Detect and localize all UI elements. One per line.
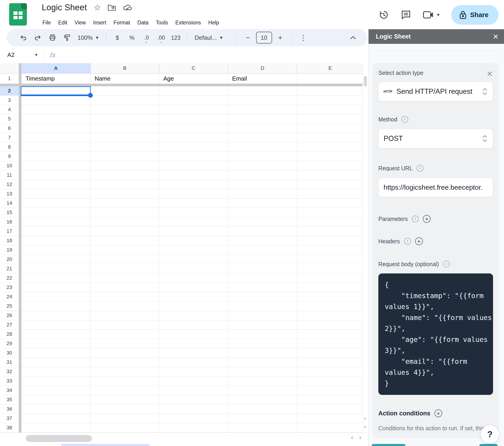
- row-header-6[interactable]: 6: [0, 124, 19, 133]
- cell-C8[interactable]: [159, 142, 228, 152]
- cell-E8[interactable]: [297, 142, 363, 152]
- select-all-corner[interactable]: [0, 63, 19, 74]
- cell-C34[interactable]: [159, 386, 228, 395]
- fill-handle[interactable]: [88, 93, 93, 98]
- increase-font-size-button[interactable]: +: [274, 31, 287, 44]
- move-to-folder-icon[interactable]: [108, 4, 116, 11]
- cell-A29[interactable]: [21, 339, 90, 348]
- add-condition-icon[interactable]: +: [434, 409, 442, 417]
- row-header-4[interactable]: 4: [0, 105, 19, 114]
- row-header-21[interactable]: 21: [0, 264, 19, 273]
- cell-D22[interactable]: [228, 273, 297, 283]
- cell-B3[interactable]: [90, 96, 159, 105]
- cell-A27[interactable]: [21, 320, 90, 330]
- cell-B33[interactable]: [90, 376, 159, 386]
- cell-D7[interactable]: [228, 133, 297, 142]
- cloud-saved-icon[interactable]: [123, 4, 132, 11]
- cell-C4[interactable]: [159, 105, 228, 114]
- cell-B27[interactable]: [90, 320, 159, 330]
- row-header-28[interactable]: 28: [0, 330, 19, 339]
- cell-A19[interactable]: [21, 245, 90, 255]
- menu-item-format[interactable]: Format: [110, 17, 134, 28]
- document-title[interactable]: Logic Sheet: [42, 3, 87, 12]
- add-parameter-icon[interactable]: +: [423, 215, 431, 223]
- cell-A18[interactable]: [21, 236, 90, 245]
- cell-C23[interactable]: [159, 283, 228, 292]
- row-header-30[interactable]: 30: [0, 348, 19, 358]
- font-select[interactable]: Defaul... ▾: [193, 34, 231, 41]
- cell-E34[interactable]: [297, 386, 363, 395]
- parameters-info-icon[interactable]: i: [412, 215, 419, 222]
- formula-input[interactable]: [55, 46, 368, 63]
- cell-E30[interactable]: [297, 348, 363, 358]
- cell-B37[interactable]: [90, 414, 159, 423]
- cell-A36[interactable]: [21, 405, 90, 414]
- row-header-12[interactable]: 12: [0, 180, 19, 189]
- cell-A8[interactable]: [21, 142, 90, 152]
- cell-D30[interactable]: [228, 348, 297, 358]
- cell-B29[interactable]: [90, 339, 159, 348]
- cell-E2[interactable]: [297, 86, 363, 96]
- scroll-up-icon[interactable]: ▲: [363, 417, 366, 420]
- cell-C10[interactable]: [159, 161, 228, 171]
- cell-C20[interactable]: [159, 255, 228, 264]
- row-header-11[interactable]: 11: [0, 171, 19, 180]
- cell-A22[interactable]: [21, 273, 90, 283]
- cell-A10[interactable]: [21, 161, 90, 171]
- cell-A16[interactable]: [21, 217, 90, 227]
- cell-E31[interactable]: [297, 358, 363, 367]
- format-percent-button[interactable]: %: [126, 31, 138, 44]
- font-size-input[interactable]: 10: [256, 32, 272, 44]
- cell-E23[interactable]: [297, 283, 363, 292]
- cell-A23[interactable]: [21, 283, 90, 292]
- cell-C2[interactable]: [159, 86, 228, 96]
- cell-A33[interactable]: [21, 376, 90, 386]
- cell-E29[interactable]: [297, 339, 363, 348]
- cell-D27[interactable]: [228, 320, 297, 330]
- row-header-31[interactable]: 31: [0, 358, 19, 367]
- request-body-editor[interactable]: { "timestamp": "{{form values 1}}", "nam…: [378, 273, 493, 395]
- row-header-16[interactable]: 16: [0, 217, 19, 227]
- cell-E11[interactable]: [297, 171, 363, 180]
- cell-D6[interactable]: [228, 124, 297, 133]
- cell-B9[interactable]: [90, 152, 159, 161]
- cell-C13[interactable]: [159, 189, 228, 199]
- menu-item-extensions[interactable]: Extensions: [172, 17, 205, 28]
- row-header-35[interactable]: 35: [0, 395, 19, 405]
- cell-B6[interactable]: [90, 124, 159, 133]
- cell-C29[interactable]: [159, 339, 228, 348]
- cell-C31[interactable]: [159, 358, 228, 367]
- row-header-18[interactable]: 18: [0, 236, 19, 245]
- cell-A7[interactable]: [21, 133, 90, 142]
- cell-D13[interactable]: [228, 189, 297, 199]
- cell-B34[interactable]: [90, 386, 159, 395]
- cell-C32[interactable]: [159, 367, 228, 376]
- cell-E14[interactable]: [297, 199, 363, 208]
- cell-B13[interactable]: [90, 189, 159, 199]
- cell-B36[interactable]: [90, 405, 159, 414]
- cell-A11[interactable]: [21, 171, 90, 180]
- cell-A28[interactable]: [21, 330, 90, 339]
- row-header-26[interactable]: 26: [0, 311, 19, 320]
- cell-A35[interactable]: [21, 395, 90, 405]
- cell-C12[interactable]: [159, 180, 228, 189]
- cell-D2[interactable]: [228, 86, 297, 96]
- row-header-2[interactable]: 2: [0, 86, 19, 96]
- row-header-33[interactable]: 33: [0, 376, 19, 386]
- cell-A30[interactable]: [21, 348, 90, 358]
- row-header-25[interactable]: 25: [0, 302, 19, 311]
- cell-A17[interactable]: [21, 227, 90, 236]
- cell-B21[interactable]: [90, 264, 159, 273]
- cell-E15[interactable]: [297, 208, 363, 217]
- request-url-info-icon[interactable]: i: [417, 165, 424, 172]
- cell-A5[interactable]: [21, 114, 90, 124]
- cell-C36[interactable]: [159, 405, 228, 414]
- cell-D20[interactable]: [228, 255, 297, 264]
- row-header-14[interactable]: 14: [0, 199, 19, 208]
- row-header-29[interactable]: 29: [0, 339, 19, 348]
- cell-D9[interactable]: [228, 152, 297, 161]
- cell-A24[interactable]: [21, 292, 90, 302]
- cell-E32[interactable]: [297, 367, 363, 376]
- row-header-7[interactable]: 7: [0, 133, 19, 142]
- more-number-formats-button[interactable]: 123: [169, 31, 182, 44]
